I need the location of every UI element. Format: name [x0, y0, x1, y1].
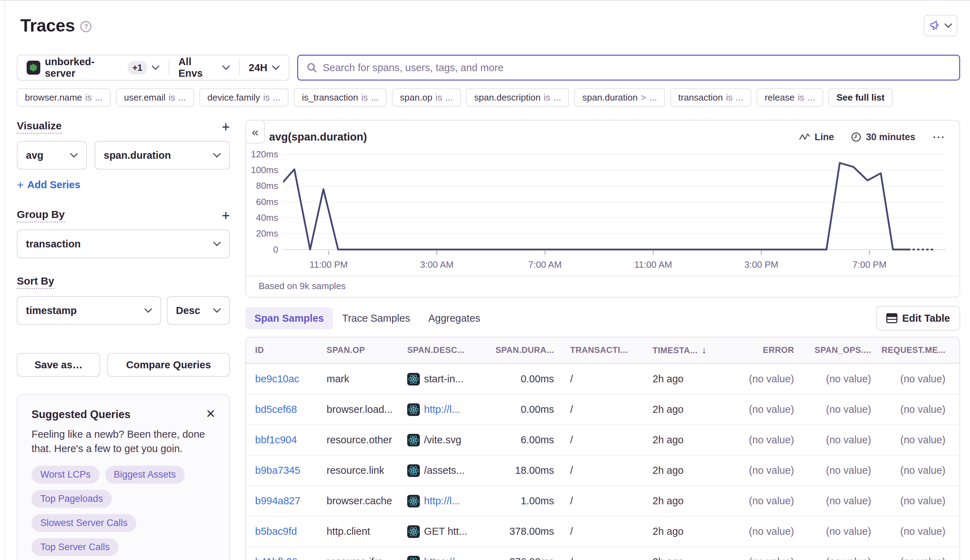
page-filter-bar: unborked-server +1 All Envs 24H: [17, 55, 290, 81]
span-description: start-in...: [424, 373, 463, 385]
filter-chips-row: browser.nameis... user.emailis... device…: [17, 88, 960, 107]
filter-chip[interactable]: transactionis...: [670, 88, 752, 107]
chart-title: avg(span.duration): [269, 131, 367, 143]
aggregate-select[interactable]: avg: [17, 141, 87, 170]
chart-type-select[interactable]: Line: [799, 132, 834, 143]
timestamp[interactable]: 2h ago: [653, 526, 684, 537]
sort-by-label: Sort By: [17, 275, 54, 289]
span-id-link[interactable]: bd5cef68: [246, 404, 327, 415]
project-select[interactable]: unborked-server +1: [18, 55, 168, 80]
tab-span-samples[interactable]: Span Samples: [245, 307, 333, 329]
chevron-down-icon: [213, 242, 221, 247]
column-header-span-ops[interactable]: SPAN_OPS....: [800, 345, 877, 355]
add-visualize-button[interactable]: +: [222, 120, 230, 134]
main-column: « avg(span.duration) Line: [245, 120, 960, 560]
topbar: Traces ?: [20, 15, 957, 37]
chevron-down-icon: [144, 308, 152, 313]
suggested-query-chip[interactable]: Top Pageloads: [32, 490, 112, 508]
column-header-error[interactable]: ERROR: [723, 345, 800, 355]
tab-trace-samples[interactable]: Trace Samples: [333, 307, 419, 329]
column-header-span-description[interactable]: SPAN.DESC...: [407, 345, 493, 355]
column-header-id[interactable]: ID: [246, 345, 327, 355]
table-row: b9ba7345 resource.link /assets... 18.00m…: [246, 455, 960, 485]
suggested-query-chip[interactable]: Slowest Server Calls: [32, 514, 136, 532]
chart-plot[interactable]: 11:00 PM3:00 AM7:00 AM11:00 AM3:00 PM7:0…: [283, 147, 945, 275]
field-select[interactable]: span.duration: [95, 141, 230, 170]
megaphone-icon: [929, 19, 942, 33]
timestamp[interactable]: 2h ago: [653, 404, 684, 415]
visualize-label: Visualize: [17, 120, 62, 134]
filter-chip[interactable]: span.duration>...: [574, 88, 665, 107]
timestamp[interactable]: 2h ago: [653, 556, 684, 560]
chevron-down-icon: [152, 65, 160, 70]
sort-desc-icon: ↓: [702, 345, 707, 355]
span-id-link[interactable]: b5bac9fd: [246, 526, 327, 537]
add-group-by-button[interactable]: +: [222, 208, 230, 223]
chart-menu-button[interactable]: ⋯: [932, 130, 945, 144]
table-row: b994a827 browser.cache http://l... 1.00m…: [246, 485, 960, 516]
timestamp[interactable]: 2h ago: [653, 495, 684, 507]
project-extra-badge: +1: [128, 61, 148, 75]
save-as-button[interactable]: Save as…: [17, 353, 100, 377]
line-chart: [283, 147, 945, 258]
span-id-link[interactable]: bbf1c904: [246, 434, 327, 446]
filter-chip[interactable]: browser.nameis...: [17, 88, 111, 107]
filter-chip[interactable]: device.familyis...: [199, 88, 289, 107]
project-name: unborked-server: [45, 56, 123, 79]
sort-direction-select[interactable]: Desc: [167, 296, 230, 325]
compare-queries-button[interactable]: Compare Queries: [107, 353, 230, 377]
column-header-request-method[interactable]: REQUEST.ME...: [877, 345, 960, 355]
clock-icon: [851, 132, 862, 142]
time-range-select[interactable]: 24H: [240, 55, 289, 80]
column-header-span-op[interactable]: SPAN.OP: [327, 345, 407, 355]
span-id-link[interactable]: be9c10ac: [246, 373, 327, 385]
suggested-queries-title: Suggested Queries: [32, 408, 131, 421]
chart-interval-select[interactable]: 30 minutes: [851, 132, 915, 143]
y-axis-labels: 120ms 100ms 80ms 60ms 40ms 20ms 0: [246, 147, 283, 258]
timestamp[interactable]: 2h ago: [653, 373, 684, 385]
chevron-down-icon: [213, 153, 221, 158]
add-series-button[interactable]: + Add Series: [17, 178, 230, 192]
table-row: bd5cef68 browser.load... http://l... 0.0…: [246, 394, 960, 424]
column-header-timestamp[interactable]: TIMESTA...↓: [644, 345, 723, 356]
span-description: /vite.svg: [424, 434, 461, 446]
filter-chip[interactable]: user.emailis...: [116, 88, 194, 107]
tab-aggregates[interactable]: Aggregates: [419, 307, 489, 329]
edit-table-button[interactable]: Edit Table: [876, 306, 960, 330]
close-icon[interactable]: ×: [206, 408, 215, 419]
column-header-span-duration[interactable]: SPAN.DURA...: [493, 345, 560, 355]
whats-new-button[interactable]: [924, 15, 957, 37]
group-by-select[interactable]: transaction: [17, 230, 230, 258]
x-axis-tick-label: 3:00 PM: [744, 259, 778, 270]
timestamp[interactable]: 2h ago: [653, 434, 684, 446]
filter-chip[interactable]: releaseis...: [757, 88, 823, 107]
span-description-link[interactable]: http://l...: [424, 404, 460, 415]
collapse-sidebar-button[interactable]: «: [245, 120, 265, 144]
see-full-list-button[interactable]: See full list: [828, 88, 893, 107]
react-project-icon: [407, 403, 420, 416]
filter-chip[interactable]: span.opis...: [392, 88, 461, 107]
environment-select[interactable]: All Envs: [169, 55, 239, 80]
suggested-query-chip[interactable]: Worst LCPs: [32, 466, 100, 483]
span-description-link[interactable]: http://l...: [424, 495, 460, 507]
sort-field-select[interactable]: timestamp: [17, 296, 161, 325]
search-input[interactable]: [323, 62, 951, 73]
help-icon[interactable]: ?: [80, 21, 92, 32]
column-header-transaction[interactable]: TRANSACTI...: [560, 345, 644, 355]
span-id-link[interactable]: b41bfb26: [246, 556, 327, 560]
filter-chip[interactable]: span.descriptionis...: [466, 88, 569, 107]
content: Visualize + avg span.duration + Add Seri…: [17, 120, 960, 560]
chevron-down-icon: [213, 308, 221, 313]
x-axis-tick-label: 7:00 PM: [853, 259, 887, 270]
filter-chip[interactable]: is_transactionis...: [294, 88, 387, 107]
suggested-query-chip[interactable]: Biggest Assets: [105, 466, 185, 483]
span-id-link[interactable]: b9ba7345: [246, 465, 327, 476]
timestamp[interactable]: 2h ago: [653, 465, 684, 476]
span-id-link[interactable]: b994a827: [246, 495, 327, 507]
react-project-icon: [407, 434, 420, 447]
environment-value: All Envs: [178, 56, 218, 79]
samples-note: Based on 9k samples: [246, 275, 960, 297]
suggested-query-chip[interactable]: Top Server Calls: [32, 538, 118, 556]
span-description-link[interactable]: https://...: [424, 556, 463, 560]
time-range-value: 24H: [249, 62, 267, 73]
